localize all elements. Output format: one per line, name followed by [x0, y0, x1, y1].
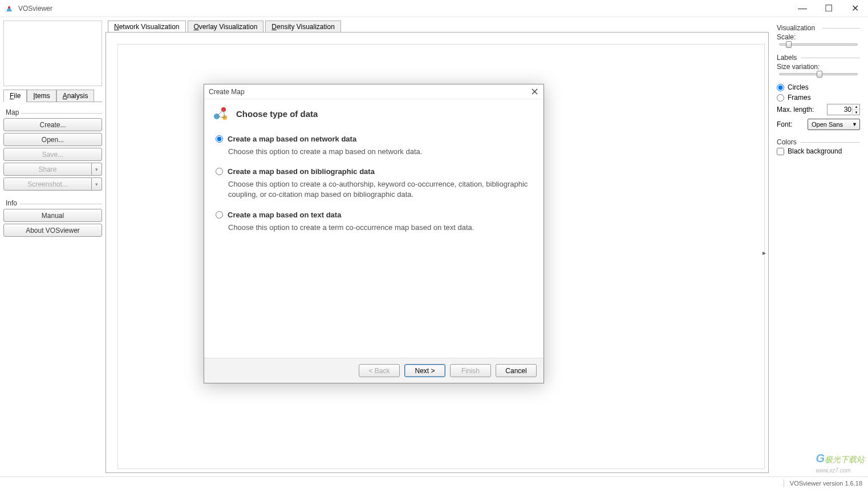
frames-radio-row[interactable]: Frames	[777, 94, 860, 102]
black-bg-checkbox[interactable]	[777, 148, 784, 155]
statusbar: VOSviewer version 1.6.18	[0, 476, 868, 489]
finish-button[interactable]: Finish	[450, 364, 491, 377]
manual-button[interactable]: Manual	[3, 209, 102, 222]
colors-group-label: Colors	[777, 138, 797, 146]
option-text-title: Create a map based on text data	[228, 211, 341, 219]
max-length-row: Max. length: ▲▼	[777, 104, 860, 115]
tab-density-visualization[interactable]: Density Visualization	[265, 21, 341, 33]
create-button[interactable]: Create...	[3, 118, 102, 131]
option-text-data[interactable]: Create a map based on text data Choose t…	[216, 211, 532, 233]
black-bg-label: Black background	[788, 147, 842, 155]
open-button[interactable]: Open...	[3, 133, 102, 146]
option-bibliographic-data[interactable]: Create a map based on bibliographic data…	[216, 167, 532, 200]
screenshot-dropdown[interactable]: ▾	[92, 177, 102, 191]
main-tabs: Network Visualization Overlay Visualizat…	[106, 21, 769, 33]
dialog-close-button[interactable]	[529, 86, 540, 98]
screenshot-button-group: Screenshot... ▾	[3, 177, 102, 191]
black-bg-row[interactable]: Black background	[777, 147, 860, 155]
app-icon	[5, 4, 14, 13]
map-fieldset: Map Create... Open... Save... Share ▾ Sc…	[3, 107, 102, 191]
minimize-button[interactable]: —	[789, 0, 816, 17]
share-dropdown[interactable]: ▾	[92, 163, 102, 176]
font-select-value: Open Sans	[812, 121, 843, 128]
labels-group: Labels Size variation: Circles Frames Ma…	[777, 54, 860, 130]
maximize-button[interactable]: ☐	[816, 0, 842, 17]
option-bibliographic-title: Create a map based on bibliographic data	[228, 167, 375, 176]
share-button-group: Share ▾	[3, 163, 102, 176]
size-variation-slider[interactable]	[779, 73, 858, 75]
font-row: Font: Open Sans ▼	[777, 119, 860, 130]
create-map-dialog: Create Map Choose type of data Create a …	[204, 84, 544, 383]
scale-slider-thumb[interactable]	[786, 41, 792, 48]
chevron-down-icon: ▼	[852, 122, 857, 127]
about-button[interactable]: About VOSviewer	[3, 224, 102, 237]
tab-overlay-visualization[interactable]: Overlay Visualization	[188, 21, 264, 33]
tab-network-visualization[interactable]: Network Visualization	[108, 21, 186, 33]
option-network-title: Create a map based on network data	[228, 135, 356, 143]
max-length-label: Max. length:	[777, 106, 814, 114]
spinner-down-icon[interactable]: ▼	[852, 110, 860, 116]
scale-label: Scale:	[777, 33, 860, 41]
option-network-data[interactable]: Create a map based on network data Choos…	[216, 135, 532, 157]
side-tab-analysis[interactable]: Analysis	[56, 90, 95, 102]
option-network-radio[interactable]	[216, 135, 223, 143]
option-text-desc: Choose this option to create a term co-o…	[228, 223, 532, 233]
font-select[interactable]: Open Sans ▼	[808, 119, 860, 130]
size-variation-label: Size variation:	[777, 63, 860, 71]
colors-group: Colors Black background	[777, 138, 860, 155]
next-button[interactable]: Next >	[404, 364, 445, 377]
dialog-title: Create Map	[209, 88, 245, 96]
screenshot-button[interactable]: Screenshot...	[3, 177, 92, 191]
size-variation-slider-thumb[interactable]	[817, 71, 822, 78]
font-label: Font:	[777, 120, 792, 128]
cancel-button[interactable]: Cancel	[496, 364, 537, 377]
side-tab-file[interactable]: File	[3, 90, 27, 102]
expand-handle-icon[interactable]: ▸	[762, 249, 766, 257]
dialog-header: Choose type of data	[204, 99, 543, 129]
option-bibliographic-radio[interactable]	[216, 168, 223, 175]
visualization-group-label: Visualization	[777, 24, 815, 32]
dialog-titlebar[interactable]: Create Map	[204, 84, 543, 99]
dialog-header-icon	[212, 105, 229, 122]
map-fieldset-label: Map	[3, 108, 21, 116]
window-title: VOSviewer	[18, 5, 52, 13]
dialog-header-title: Choose type of data	[236, 109, 318, 119]
spinner-up-icon[interactable]: ▲	[852, 104, 860, 110]
option-text-radio[interactable]	[216, 211, 223, 219]
version-text: VOSviewer version 1.6.18	[790, 480, 862, 487]
scale-slider[interactable]	[779, 43, 858, 46]
titlebar-left: VOSviewer	[0, 4, 52, 13]
info-fieldset-label: Info	[3, 199, 19, 207]
side-tabs: File Items Analysis	[3, 90, 102, 102]
close-icon	[532, 88, 538, 95]
option-bibliographic-desc: Choose this option to create a co-author…	[228, 179, 532, 200]
share-button[interactable]: Share	[3, 163, 92, 176]
side-tab-items[interactable]: Items	[27, 90, 56, 102]
option-network-desc: Choose this option to create a map based…	[228, 147, 532, 157]
dialog-footer: < Back Next > Finish Cancel	[204, 358, 543, 383]
right-sidebar: Visualization Scale: Labels Size variati…	[772, 21, 865, 473]
frames-radio[interactable]	[777, 94, 784, 102]
frames-radio-label: Frames	[788, 94, 811, 102]
left-sidebar: File Items Analysis Map Create... Open..…	[3, 21, 102, 473]
labels-group-label: Labels	[777, 54, 797, 62]
circles-radio[interactable]	[777, 84, 784, 91]
svg-point-0	[8, 6, 10, 9]
window-controls: — ☐ ✕	[789, 0, 868, 17]
circles-radio-label: Circles	[788, 83, 809, 91]
preview-box	[3, 21, 102, 86]
circles-radio-row[interactable]: Circles	[777, 83, 860, 91]
dialog-body: Create a map based on network data Choos…	[204, 129, 543, 358]
visualization-group: Visualization Scale:	[777, 24, 860, 46]
statusbar-divider	[784, 479, 784, 487]
back-button[interactable]: < Back	[359, 364, 400, 377]
info-fieldset: Info Manual About VOSviewer	[3, 197, 102, 237]
window-titlebar: VOSviewer — ☐ ✕	[0, 0, 868, 17]
max-length-spinner[interactable]: ▲▼	[852, 104, 860, 115]
side-panel: Map Create... Open... Save... Share ▾ Sc…	[3, 102, 102, 244]
close-button[interactable]: ✕	[842, 0, 868, 17]
save-button[interactable]: Save...	[3, 148, 102, 161]
